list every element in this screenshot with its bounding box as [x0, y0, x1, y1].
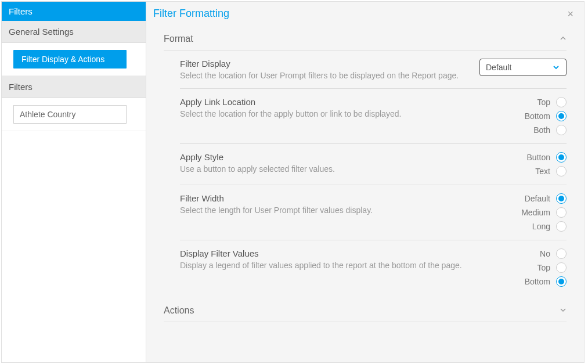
apply-style-button[interactable]: Button [527, 152, 567, 163]
field-filter-display: Filter Display Select the location for U… [180, 51, 567, 89]
apply-link-top[interactable]: Top [537, 97, 567, 107]
filter-width-medium-label: Medium [521, 208, 550, 217]
apply-link-both-label: Both [533, 125, 550, 135]
apply-style-text-label: Text [535, 167, 550, 176]
radio-icon [556, 97, 567, 107]
display-values-top[interactable]: Top [537, 262, 567, 273]
actions-section-header[interactable]: Actions [164, 300, 567, 322]
actions-section-title: Actions [164, 305, 194, 316]
chevron-down-icon [552, 63, 560, 71]
apply-link-both[interactable]: Both [533, 125, 567, 135]
sidebar-item-filter-display-actions[interactable]: Filter Display & Actions [13, 50, 127, 69]
radio-selected-icon [556, 111, 567, 121]
page-title: Filter Formatting [153, 8, 229, 20]
radio-icon [556, 221, 567, 232]
radio-icon [556, 166, 567, 176]
filter-item-athlete-country[interactable]: Athlete Country [13, 105, 127, 124]
chevron-up-icon [560, 35, 567, 44]
format-section-header[interactable]: Format [164, 28, 567, 51]
apply-link-bottom[interactable]: Bottom [525, 111, 567, 121]
radio-selected-icon [556, 193, 567, 204]
format-section-title: Format [164, 34, 193, 44]
display-values-top-label: Top [537, 263, 550, 272]
radio-icon [556, 207, 567, 218]
filter-width-medium[interactable]: Medium [521, 207, 567, 218]
filter-width-long[interactable]: Long [532, 221, 567, 232]
actions-section: Actions [146, 295, 584, 322]
chevron-down-icon [560, 307, 567, 315]
apply-link-top-label: Top [537, 98, 550, 107]
display-values-label: Display Filter Values [180, 248, 468, 258]
filter-display-select[interactable]: Default [479, 59, 567, 76]
field-filter-width: Filter Width Select the length for User … [180, 185, 567, 240]
radio-icon [556, 125, 567, 135]
display-values-no-label: No [540, 249, 550, 258]
filter-display-label: Filter Display [180, 59, 468, 69]
apply-link-bottom-label: Bottom [525, 111, 550, 121]
app-window: Filters General Settings Filter Display … [1, 1, 585, 363]
filter-width-desc: Select the length for User Prompt filter… [180, 206, 468, 215]
radio-selected-icon [556, 152, 567, 163]
apply-style-label: Apply Style [180, 152, 468, 162]
main-header: Filter Formatting × [146, 2, 584, 23]
format-section: Format Filter Display Select the locatio… [146, 23, 584, 295]
filter-width-label: Filter Width [180, 193, 468, 203]
display-values-bottom-label: Bottom [525, 277, 550, 286]
display-values-no[interactable]: No [540, 248, 567, 259]
field-apply-link: Apply Link Location Select the location … [180, 89, 567, 144]
filter-width-default[interactable]: Default [525, 193, 567, 204]
sidebar-item-wrap: Filter Display & Actions [2, 43, 146, 76]
format-section-body: Filter Display Select the location for U… [164, 51, 567, 295]
sidebar-filter-list: Athlete Country [2, 98, 146, 131]
sidebar-section-general[interactable]: General Settings [2, 21, 146, 43]
filter-display-desc: Select the location for User Prompt filt… [180, 71, 468, 80]
filter-width-long-label: Long [532, 222, 550, 231]
apply-style-button-label: Button [527, 153, 550, 162]
radio-icon [556, 262, 567, 273]
filter-width-default-label: Default [525, 194, 550, 203]
main-panel: Filter Formatting × Format Filter Displa… [146, 2, 584, 362]
filter-display-value: Default [486, 63, 511, 72]
sidebar: Filters General Settings Filter Display … [2, 2, 146, 362]
sidebar-title: Filters [2, 2, 146, 21]
apply-link-desc: Select the location for the apply button… [180, 109, 468, 118]
radio-selected-icon [556, 276, 567, 287]
field-apply-style: Apply Style Use a button to apply select… [180, 144, 567, 185]
display-values-bottom[interactable]: Bottom [525, 276, 567, 287]
apply-link-label: Apply Link Location [180, 97, 468, 107]
apply-style-desc: Use a button to apply selected filter va… [180, 164, 468, 174]
radio-icon [556, 248, 567, 259]
field-display-values: Display Filter Values Display a legend o… [180, 240, 567, 295]
display-values-desc: Display a legend of filter values applie… [180, 261, 468, 270]
sidebar-section-filters[interactable]: Filters [2, 76, 146, 98]
close-icon[interactable]: × [567, 9, 573, 19]
apply-style-text[interactable]: Text [535, 166, 567, 176]
